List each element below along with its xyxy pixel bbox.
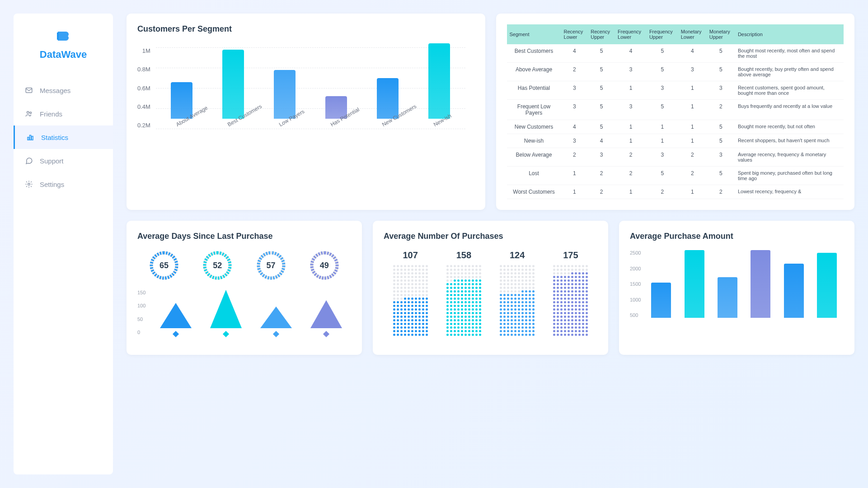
bar [651, 283, 671, 318]
table-header: Segment [507, 24, 561, 44]
y-tick: 1500 [630, 281, 641, 287]
seg-name: Has Potential [507, 81, 561, 100]
y-tick: 2500 [630, 250, 641, 256]
table-header: Recency Lower [561, 24, 588, 44]
segment-table: SegmentRecency LowerRecency UpperFrequen… [507, 24, 844, 199]
nav-label: Settings [40, 181, 64, 188]
peak [210, 290, 242, 328]
peak [310, 300, 342, 328]
y-tick: 2000 [630, 266, 641, 271]
svg-point-1 [27, 112, 29, 114]
table-header: Recency Upper [588, 24, 615, 44]
y-tick: 1000 [630, 297, 641, 302]
y-tick: 150 [137, 290, 145, 295]
gauge: 52 [202, 250, 233, 281]
seg-name: Best Customers [507, 44, 561, 63]
gauge-value: 52 [213, 261, 222, 270]
bar [784, 264, 804, 318]
bar-wrap: About Average [168, 82, 195, 129]
grid-line [156, 129, 465, 129]
logo: DataWave [14, 27, 113, 60]
seg-name: Worst Customers [507, 185, 561, 199]
svg-rect-4 [30, 135, 31, 140]
sidebar-item-messages[interactable]: Messages [14, 79, 113, 102]
y-tick: 0.8M [137, 66, 150, 73]
table-header: Frequency Upper [647, 24, 678, 44]
seg-name: New-ish [507, 134, 561, 148]
sidebar-item-settings[interactable]: Settings [14, 172, 113, 196]
bar [377, 78, 399, 119]
table-header: Description [735, 24, 844, 44]
main-content: Customers Per Segment 1M0.8M0.6M0.4M0.2M… [113, 0, 868, 488]
bar-wrap: Best Customers [220, 50, 247, 129]
customers-per-segment-card: Customers Per Segment 1M0.8M0.6M0.4M0.2M… [127, 14, 485, 210]
nav-label: Friends [40, 110, 62, 118]
sidebar-item-friends[interactable]: Friends [14, 102, 113, 125]
dot-grid [500, 265, 535, 336]
nav-label: Statistics [41, 134, 68, 141]
dot-grid [446, 265, 481, 336]
table-row: New Customers451115Bought more recently,… [507, 120, 844, 134]
svg-point-6 [28, 183, 30, 186]
bar-wrap: Low Payers [271, 70, 298, 129]
dot-grid [553, 265, 588, 336]
table-row: Worst Customers121212Lowest recency, fre… [507, 185, 844, 199]
seg-name: Above Average [507, 63, 561, 81]
table-header: Monetary Upper [707, 24, 735, 44]
amount-bar-chart: 2500200015001000500 [630, 250, 844, 331]
sidebar: DataWave MessagesFriendsStatisticsSuppor… [14, 14, 113, 474]
seg-name: New Customers [507, 120, 561, 134]
mail-icon [24, 86, 33, 95]
bar [817, 253, 837, 318]
seg-name: Frequent Low Payers [507, 100, 561, 120]
y-tick: 0.4M [137, 103, 150, 110]
dot-column: 175 [553, 250, 588, 336]
card-title: Average Purchase Amount [630, 232, 844, 241]
bar-wrap: Has Potential [323, 96, 350, 129]
bar-wrap: New-ish [426, 43, 453, 129]
gauge: 57 [256, 250, 286, 281]
bar [222, 50, 244, 119]
logo-icon [54, 27, 72, 45]
bar-wrap: New Customers [374, 78, 401, 129]
peak [160, 303, 192, 328]
seg-name: Below Average [507, 148, 561, 167]
chart-icon [26, 133, 35, 142]
svg-rect-5 [32, 136, 33, 140]
table-header: Frequency Lower [615, 24, 647, 44]
sidebar-item-statistics[interactable]: Statistics [14, 125, 113, 149]
table-row: Frequent Low Payers353512Buys frequently… [507, 100, 844, 120]
users-icon [24, 109, 33, 118]
dot-grid [393, 265, 428, 336]
diamond-marker [273, 331, 279, 337]
bar [685, 250, 704, 318]
gauge-value: 57 [267, 261, 276, 270]
y-tick: 1M [137, 47, 150, 54]
y-tick: 500 [630, 312, 641, 318]
card-title: Customers Per Segment [137, 24, 474, 34]
avg-days-card: Average Days Since Last Purchase 6552574… [127, 221, 362, 355]
bar [718, 277, 737, 318]
diamond-marker [223, 331, 229, 337]
table-row: Has Potential351313Recent customers, spe… [507, 81, 844, 100]
dot-value: 175 [563, 250, 578, 260]
gear-icon [24, 180, 33, 189]
table-row: Best Customers454545Bought most recently… [507, 44, 844, 63]
card-title: Average Days Since Last Purchase [137, 232, 351, 241]
bar [171, 82, 192, 119]
table-row: Below Average232323Average recency, freq… [507, 148, 844, 167]
dot-value: 158 [456, 250, 471, 260]
gauge: 65 [149, 250, 179, 281]
table-header: Monetary Lower [678, 24, 707, 44]
sidebar-item-support[interactable]: Support [14, 149, 113, 172]
svg-rect-3 [28, 137, 29, 140]
y-tick: 100 [137, 303, 145, 308]
card-title: Average Number Of Purchases [384, 232, 597, 241]
table-row: Lost122525Spent big money, purchased oft… [507, 167, 844, 185]
nav-label: Messages [40, 87, 70, 94]
customers-bar-chart: 1M0.8M0.6M0.4M0.2M About AverageBest Cus… [137, 43, 474, 169]
diamond-marker [173, 331, 179, 337]
diamond-marker [323, 331, 329, 337]
table-row: New-ish341115Recent shoppers, but haven'… [507, 134, 844, 148]
dot-value: 107 [403, 250, 418, 260]
